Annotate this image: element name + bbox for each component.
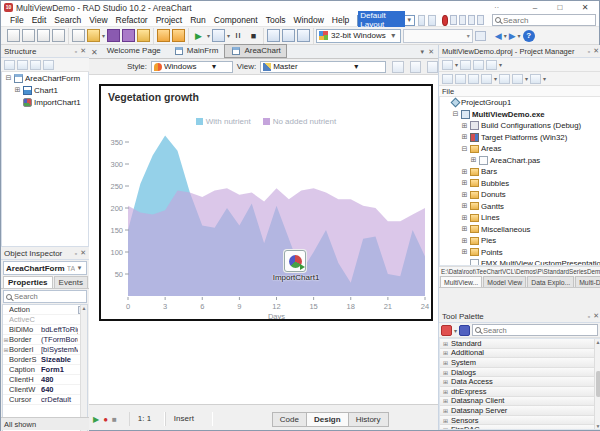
sort-icon[interactable]: [481, 74, 492, 84]
palette-category[interactable]: ⊞ Additional: [440, 349, 600, 359]
navigate-forward-icon[interactable]: ▶: [509, 31, 516, 41]
help-insight-icon[interactable]: [468, 15, 475, 25]
chart-control[interactable]: 5010015020025030035003691215182124Days V…: [99, 84, 433, 321]
step-out-icon[interactable]: [297, 29, 310, 42]
open-project-icon[interactable]: [37, 29, 50, 42]
expand-icon[interactable]: ⊞: [443, 388, 448, 395]
view-tab[interactable]: Design: [306, 412, 349, 427]
property-value[interactable]: crDefault: [41, 395, 78, 404]
palette-category[interactable]: ⊞ Data Access: [440, 377, 600, 387]
expand-icon[interactable]: ⊞: [461, 237, 468, 245]
collapse-all-icon[interactable]: [4, 60, 15, 70]
expand-icon[interactable]: ⊞: [461, 168, 468, 176]
move-up-icon[interactable]: [30, 60, 41, 70]
pin-icon[interactable]: ▫: [75, 48, 77, 55]
run-button[interactable]: ▶: [192, 29, 205, 42]
trace-into-icon[interactable]: [267, 29, 280, 42]
expand-icon[interactable]: ⊞: [443, 340, 448, 347]
expand-icon[interactable]: ⊞: [461, 179, 468, 187]
expand-icon[interactable]: ⊞: [461, 133, 468, 141]
project-tree-item[interactable]: ⊞ Donuts: [440, 189, 600, 201]
close-panel-icon[interactable]: ✕: [593, 312, 599, 320]
project-tree-item[interactable]: ⊞ Lines: [440, 212, 600, 224]
project-tree-item[interactable]: ProjectGroup1: [440, 97, 600, 109]
project-tree-item[interactable]: ⊞ Miscellaneous: [440, 224, 600, 236]
expand-icon[interactable]: ⊞: [443, 349, 448, 356]
chevron-down-icon[interactable]: ▾: [198, 62, 229, 71]
editor-tab[interactable]: AreaChart: [224, 44, 286, 58]
palette-settings-icon[interactable]: [459, 325, 470, 336]
project-tree-item[interactable]: ⊞ AreaChart.pas: [440, 155, 600, 167]
step-over-icon[interactable]: [282, 29, 295, 42]
save-all-icon[interactable]: [122, 29, 135, 42]
menu-item[interactable]: Help: [328, 14, 353, 27]
ide-search-input[interactable]: [503, 16, 593, 25]
expand-all-icon[interactable]: [17, 60, 28, 70]
file-column-header[interactable]: File: [439, 86, 600, 97]
menu-item[interactable]: View: [85, 14, 111, 27]
palette-category[interactable]: ⊞ dbExpress: [440, 387, 600, 397]
macro-stop-icon[interactable]: ■: [112, 415, 117, 424]
move-down-icon[interactable]: [43, 60, 54, 70]
menu-item[interactable]: Tools: [262, 14, 290, 27]
tab-list-dropdown-icon[interactable]: ▾: [421, 48, 425, 56]
new-items-icon[interactable]: [7, 29, 20, 42]
tree-item[interactable]: ⊞ Chart1: [2, 84, 88, 96]
project-tree-item[interactable]: ⊟ Areas: [440, 143, 600, 155]
property-row[interactable]: ActiveC: [3, 315, 87, 325]
stop-button[interactable]: ■: [247, 29, 260, 42]
browse-icon[interactable]: [475, 31, 486, 41]
inspector-search-input[interactable]: [14, 292, 74, 301]
expand-icon[interactable]: ⊟: [5, 74, 12, 82]
project-tree-item[interactable]: ⊞ Gantts: [440, 201, 600, 213]
importchart-component[interactable]: [284, 250, 306, 272]
property-value[interactable]: 480: [41, 375, 78, 384]
property-row[interactable]: ⊞ Border (TFormBorder): [3, 335, 87, 345]
chevron-down-icon[interactable]: ▾: [389, 31, 398, 40]
expand-icon[interactable]: ⊞: [443, 397, 448, 404]
style-designer-icon[interactable]: [410, 61, 421, 73]
platform-icon[interactable]: [530, 74, 541, 84]
expand-icon[interactable]: ⊟: [461, 145, 468, 153]
property-row[interactable]: BorderS Sizeable: [3, 355, 87, 365]
save-icon[interactable]: [107, 29, 120, 42]
property-row[interactable]: ClientW 640: [3, 385, 87, 395]
set-debug-desktop-icon[interactable]: [428, 15, 435, 26]
maximize-button[interactable]: □: [549, 2, 571, 14]
editor-tab[interactable]: MainFrm: [167, 44, 225, 58]
find-in-files-icon[interactable]: [52, 29, 65, 42]
project-tree-item[interactable]: ⊟ MultiViewDemo.exe: [440, 109, 600, 121]
expand-icon[interactable]: ⊞: [443, 378, 448, 385]
menu-item[interactable]: Project: [152, 14, 186, 27]
property-value[interactable]: Form1: [41, 365, 78, 374]
property-row[interactable]: Caption Form1: [3, 365, 87, 375]
open-file-icon[interactable]: [22, 29, 35, 42]
property-row[interactable]: ⊞ BorderI [biSystemMenu,biM: [3, 345, 87, 355]
close-panel-icon[interactable]: ✕: [80, 47, 86, 55]
tree-item[interactable]: ImportChart1: [2, 96, 88, 108]
run-nodebug-dropdown-icon[interactable]: ▾: [227, 32, 230, 39]
filter-icon[interactable]: [512, 74, 523, 84]
menu-item[interactable]: Edit: [28, 14, 51, 27]
target-platform-combo[interactable]: 32-bit Windows ▾: [316, 29, 401, 43]
menu-item[interactable]: File: [6, 14, 28, 27]
login-icon[interactable]: [477, 15, 484, 25]
expand-icon[interactable]: ⊞: [443, 407, 448, 414]
macro-play-icon[interactable]: ▶: [93, 415, 99, 424]
chevron-down-icon[interactable]: ▾: [329, 62, 383, 71]
tree-item[interactable]: ⊟ AreaChartForm: [2, 72, 88, 84]
menu-item[interactable]: Refactor: [112, 14, 152, 27]
editor-tab[interactable]: Welcome Page: [101, 44, 167, 58]
component-category-icon[interactable]: [441, 325, 452, 336]
back-dropdown-icon[interactable]: ▾: [504, 32, 507, 39]
menu-item[interactable]: Search: [50, 14, 85, 27]
expand-icon[interactable]: ⊞: [443, 369, 448, 376]
chevron-down-icon[interactable]: ▾: [405, 16, 414, 24]
property-value[interactable]: (TFormBorder): [41, 335, 78, 344]
property-row[interactable]: ClientH 480: [3, 375, 87, 385]
close-button[interactable]: ✕: [574, 2, 596, 14]
expand-icon[interactable]: ⊞: [461, 191, 468, 199]
inspector-tab[interactable]: Events: [54, 276, 88, 288]
expand-icon[interactable]: ⊞: [461, 122, 468, 130]
pin-icon[interactable]: ▫: [75, 250, 77, 257]
